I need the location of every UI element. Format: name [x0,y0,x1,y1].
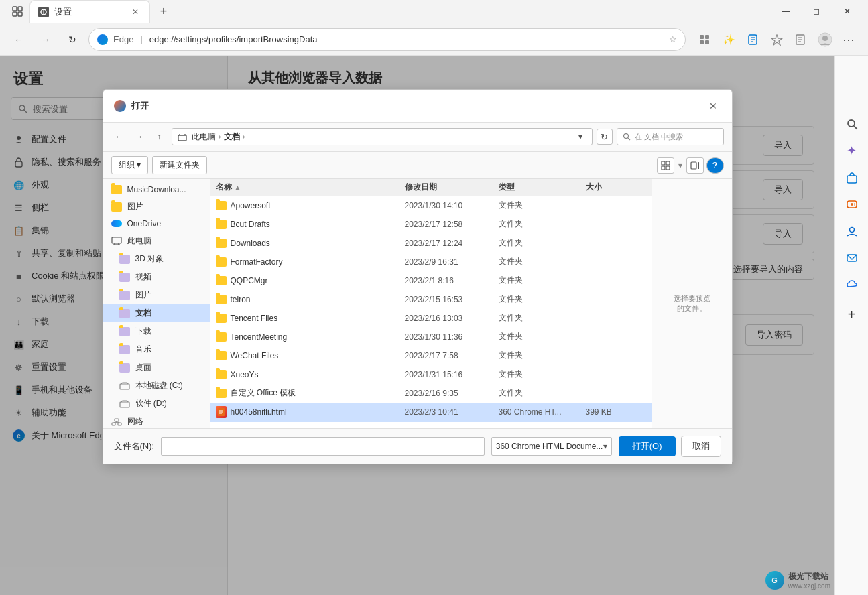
help-button[interactable]: ? [706,157,724,174]
browser-tab[interactable]: 设置 ✕ [29,0,150,23]
sidebar-person-icon-btn[interactable] [840,219,864,243]
breadcrumb-sep1: › [219,132,221,141]
sidebar-copilot-icon-btn[interactable]: ✦ [840,139,864,163]
file-item-name-3: FormatFactory [216,257,405,267]
menu-button[interactable]: ⋯ [839,29,860,50]
preview-toggle-button[interactable] [686,157,704,174]
breadcrumb-bar[interactable]: 此电脑 › 文档 › ▾ [172,128,593,145]
account-button[interactable] [814,29,836,50]
dialog-back-button[interactable]: ← [111,129,127,145]
read-aloud-button[interactable] [790,29,812,50]
file-item-date-2: 2023/2/17 12:24 [405,239,499,248]
sidebar-search-icon-btn[interactable] [840,112,864,136]
browser-toolbar: ← → ↻ Edge | edge://settings/profiles/im… [0,23,868,56]
dialog-refresh-button[interactable]: ↻ [597,129,613,145]
file-item-type-11: 360 Chrome HT... [499,407,586,417]
col-type[interactable]: 类型 [499,182,586,193]
cancel-button[interactable]: 取消 [681,436,721,457]
breadcrumb-folder-label[interactable]: 文档 [224,131,240,143]
tab-close-button[interactable]: ✕ [129,6,141,18]
sidebar-3d[interactable]: 3D 对象 [103,250,210,268]
file-list-item[interactable]: Apowersoft 2023/1/30 14:10 文件夹 [210,196,652,215]
favorites-button[interactable] [766,29,788,50]
file-item-type-4: 文件夹 [499,275,586,286]
file-list-item[interactable]: QQPCMgr 2023/2/1 8:16 文件夹 [210,271,652,290]
file-list-item[interactable]: XneoYs 2023/1/31 15:16 文件夹 [210,365,652,384]
view-toggle-button[interactable] [657,157,674,174]
filename-input[interactable] [161,437,485,456]
sidebar-photo[interactable]: 图片 [103,286,210,304]
dialog-footer-buttons: 打开(O) 取消 [619,436,721,457]
dialog-sidebar: MusicDownloa... 图片 OneDrive 此电脑 [103,179,210,428]
file-list-item[interactable]: Downloads 2023/2/17 12:24 文件夹 [210,234,652,253]
col-date[interactable]: 修改日期 [405,182,499,193]
pc-icon [111,237,122,246]
dialog-body: MusicDownloa... 图片 OneDrive 此电脑 [103,179,732,428]
refresh-button[interactable]: ↻ [62,29,83,50]
sidebar-video[interactable]: 视频 [103,268,210,286]
sidebar-add-icon-btn[interactable]: + [840,302,864,326]
file-list-item[interactable]: h00458nifli.html 2023/2/3 10:41 360 Chro… [210,403,652,422]
collections-button[interactable] [742,29,763,50]
organize-button[interactable]: 组织 ▾ [111,156,148,174]
file-item-date-6: 2023/2/16 13:03 [405,314,499,323]
sidebar-cloud-icon-btn[interactable] [840,273,864,297]
sidebar-musicdownload[interactable]: MusicDownloa... [103,182,210,198]
folder-desktop-icon [119,363,130,373]
file-item-name-0: Apowersoft [216,201,405,210]
breadcrumb-pc-label[interactable]: 此电脑 [192,131,216,143]
breadcrumb-pc[interactable] [178,132,189,141]
file-item-date-4: 2023/2/1 8:16 [405,276,499,285]
breadcrumb-dropdown-btn[interactable]: ▾ [574,131,586,143]
sidebar-shop-icon-btn[interactable] [840,166,864,190]
col-name[interactable]: 名称 ▲ [216,182,405,193]
dialog-up-button[interactable]: ↑ [151,129,168,145]
svg-rect-41 [666,161,670,165]
file-item-type-8: 文件夹 [499,350,586,361]
folder-docs-icon [119,309,130,318]
sidebar-pictures[interactable]: 图片 [103,198,210,216]
address-star[interactable]: ☆ [669,34,677,44]
file-list-item[interactable]: teiron 2023/2/15 16:53 文件夹 [210,290,652,309]
file-item-type-3: 文件夹 [499,256,586,267]
view-dropdown[interactable]: ▾ [677,161,684,170]
sidebar-onedrive[interactable]: OneDrive [103,216,210,232]
file-list-item[interactable]: TencentMeeting 2023/1/30 11:36 文件夹 [210,328,652,346]
file-list-item[interactable]: WeChat Files 2023/2/17 7:58 文件夹 [210,346,652,365]
svg-rect-1 [18,7,22,11]
close-window-button[interactable]: ✕ [832,0,863,23]
new-tab-button[interactable]: + [153,1,174,22]
new-folder-button[interactable]: 新建文件夹 [152,156,207,174]
sidebar-network[interactable]: 网络 [103,413,210,428]
svg-rect-45 [698,162,699,169]
dialog-search-bar[interactable]: 在 文档 中搜索 [617,128,724,145]
restore-button[interactable]: ◻ [801,0,832,23]
sidebar-thispc[interactable]: 此电脑 [103,232,210,250]
dialog-forward-button[interactable]: → [131,129,147,145]
col-size[interactable]: 大小 [586,182,646,193]
copilot-button[interactable]: ✨ [718,29,739,50]
open-button[interactable]: 打开(O) [619,436,676,456]
svg-point-32 [854,204,855,206]
sidebar-outlook-icon-btn[interactable] [840,246,864,270]
sidebar-documents[interactable]: 文档 [103,304,210,322]
back-button[interactable]: ← [8,29,29,50]
address-bar[interactable]: Edge | edge://settings/profiles/importBr… [88,28,686,51]
file-list-item[interactable]: Tencent Files 2023/2/16 13:03 文件夹 [210,309,652,328]
filetype-select[interactable]: 360 Chrome HTML Docume... ▾ [491,437,612,456]
forward-button[interactable]: → [35,29,56,50]
minimize-button[interactable]: — [770,0,801,23]
sidebar-drive-d[interactable]: 软件 (D:) [103,395,210,413]
sidebar-music[interactable]: 音乐 [103,340,210,358]
extensions-button[interactable] [694,29,715,50]
sidebar-downloads[interactable]: 下载 [103,322,210,340]
file-list-item[interactable]: Bcut Drafts 2023/2/17 12:58 文件夹 [210,215,652,234]
sidebar-desktop[interactable]: 桌面 [103,358,210,377]
file-list-item[interactable]: 自定义 Office 模板 2023/2/16 9:35 文件夹 [210,384,652,403]
sidebar-drive-c[interactable]: 本地磁盘 (C:) [103,377,210,395]
dialog-close-button[interactable]: ✕ [705,98,721,114]
dialog-preview-panel: 选择要预览 的文件。 [652,179,732,428]
sidebar-games-icon-btn[interactable] [840,192,864,216]
file-list-item[interactable]: FormatFactory 2023/2/9 16:31 文件夹 [210,253,652,271]
tab-list-icon[interactable] [5,6,29,17]
